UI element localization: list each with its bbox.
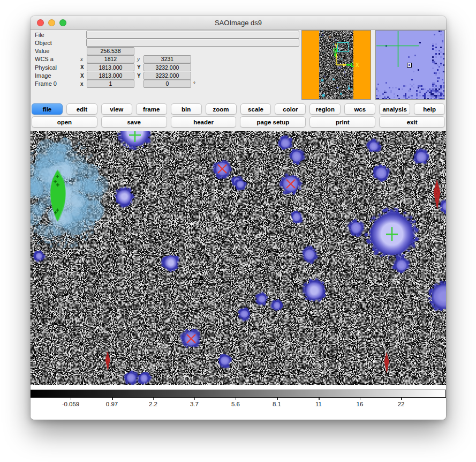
title-bar[interactable]: SAOImage ds9: [31, 16, 446, 30]
info-row-file: File: [35, 31, 299, 39]
colorbar-tick: [112, 398, 113, 400]
image-display-area[interactable]: [31, 131, 446, 385]
colorbar-tick-label: -0.059: [62, 401, 80, 407]
menu-button-bin[interactable]: bin: [171, 103, 202, 115]
menu-button-wcs[interactable]: wcs: [344, 103, 375, 115]
file-menu-button-print[interactable]: print: [309, 116, 375, 128]
colorbar-tick-label: 0.97: [106, 401, 118, 407]
menu-button-region[interactable]: region: [309, 103, 341, 115]
colorbar-tick-label: 3.7: [190, 401, 199, 407]
colorbar-tick: [360, 398, 361, 400]
info-label-image: Image: [35, 72, 80, 79]
magnifier: [375, 30, 445, 100]
colorbar-tick-label: 8.1: [273, 401, 281, 407]
image-field-2[interactable]: 3232.000: [143, 72, 191, 80]
wcs-a-field-2[interactable]: 3231: [143, 55, 191, 63]
menu-button-view[interactable]: view: [101, 103, 132, 115]
physical-field-1[interactable]: 1813.000: [87, 63, 134, 71]
info-row-image: ImageX1813.000Y3232.000: [35, 72, 191, 80]
info-row-value: Value256.538: [35, 47, 134, 55]
wcs-a-sub1: x: [80, 56, 87, 62]
colorbar-tick-label: 2.2: [149, 401, 157, 407]
colorbar-tick: [319, 398, 320, 400]
colorbar-tick-label: 16: [357, 401, 364, 407]
info-label-wcs-a: WCS a: [35, 56, 80, 62]
colorbar-tick: [236, 398, 237, 400]
frame-0-sub1: x: [80, 81, 87, 87]
window-title: SAOImage ds9: [31, 19, 446, 27]
value-field-1[interactable]: 256.538: [87, 47, 134, 55]
info-label-object: Object: [35, 40, 80, 46]
menu-button-frame[interactable]: frame: [136, 103, 167, 115]
colorbar-tick-label: 22: [398, 401, 405, 407]
menu-button-color[interactable]: color: [275, 103, 306, 115]
image-field-1[interactable]: 1813.000: [87, 72, 134, 80]
panner[interactable]: [301, 30, 371, 100]
wcs-a-sub2: y: [137, 56, 143, 62]
frame-0-suffix: °: [193, 81, 195, 87]
physical-sub2: Y: [137, 64, 143, 70]
info-row-physical: PhysicalX1813.000Y3232.000: [35, 63, 191, 71]
physical-field-2[interactable]: 3232.000: [143, 63, 191, 71]
info-label-value: Value: [35, 48, 80, 54]
colorbar-tick: [71, 398, 72, 400]
info-row-wcs-a: WCS ax1812y3231: [35, 55, 191, 63]
file-menu-button-open[interactable]: open: [32, 116, 97, 128]
colorbar-area: -0.0590.972.23.75.68.1111622: [31, 385, 446, 420]
file-menu-button-header[interactable]: header: [171, 116, 237, 128]
file-menu-bar: opensaveheaderpage setupprintexit: [32, 116, 445, 128]
colorbar-tick: [153, 398, 154, 400]
physical-sub1: X: [80, 64, 87, 70]
info-row-frame-0: Frame 0x10°: [35, 80, 195, 88]
colorbar-tick-label: 5.6: [231, 401, 240, 407]
menu-button-zoom[interactable]: zoom: [206, 103, 237, 115]
image-sub1: X: [80, 73, 87, 79]
frame-0-field-1[interactable]: 1: [87, 80, 134, 88]
frame-0-field-2[interactable]: 0: [143, 80, 191, 88]
ds9-window: SAOImage ds9 FileObjectValue256.538WCS a…: [31, 16, 446, 420]
menu-button-help[interactable]: help: [414, 103, 445, 115]
object-field[interactable]: [86, 39, 299, 47]
info-label-frame-0: Frame 0: [35, 80, 80, 87]
file-menu-button-save[interactable]: save: [101, 116, 167, 128]
menu-bar: fileeditviewframebinzoomscalecolorregion…: [32, 103, 445, 115]
file-menu-button-exit[interactable]: exit: [379, 116, 445, 128]
sky-image[interactable]: [31, 131, 446, 385]
info-label-physical: Physical: [35, 64, 80, 71]
menu-button-scale[interactable]: scale: [240, 103, 271, 115]
wcs-a-field-1[interactable]: 1812: [87, 55, 134, 63]
menu-button-analysis[interactable]: analysis: [379, 103, 410, 115]
image-sub2: Y: [137, 73, 143, 79]
colorbar-tick: [194, 398, 195, 400]
info-label-file: File: [35, 32, 80, 38]
file-field[interactable]: [86, 31, 299, 39]
menu-button-edit[interactable]: edit: [66, 103, 97, 115]
colorbar-tick: [401, 398, 402, 400]
file-menu-button-page-setup[interactable]: page setup: [240, 116, 306, 128]
menu-button-file[interactable]: file: [32, 103, 63, 115]
colorbar-tick-label: 11: [315, 401, 322, 407]
info-row-object: Object: [35, 39, 299, 47]
colorbar[interactable]: [31, 390, 446, 398]
colorbar-tick: [277, 398, 278, 400]
